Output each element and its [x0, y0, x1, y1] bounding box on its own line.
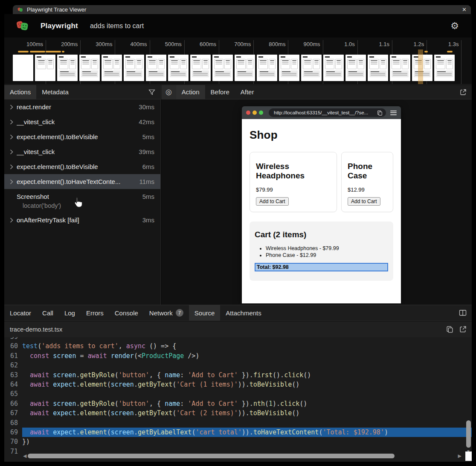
code-line: 60test('adds items to cart', async () =>…: [4, 341, 472, 351]
action-duration: 42ms: [135, 118, 154, 125]
tab-before[interactable]: Before: [205, 85, 235, 99]
action-row[interactable]: expect.element().toHaveTextConte...11ms: [4, 174, 160, 189]
snapshot-tabbar: ◎ Action Before After: [161, 85, 472, 99]
line-number: 60: [4, 341, 22, 351]
product-name: Phone Case: [348, 162, 387, 180]
action-row[interactable]: __vitest_click39ms: [4, 144, 160, 159]
vscroll-thumb[interactable]: [466, 420, 471, 448]
filmstrip-thumbnail[interactable]: [235, 55, 255, 81]
trace-viewer-window: Playwright Trace Viewer ✕ Playwright add…: [0, 0, 476, 466]
split-columns-icon[interactable]: [459, 309, 467, 316]
code-line: 61 const screen = await render(<ProductP…: [4, 351, 472, 361]
bottom-tabbar: Locator Call Log Errors Console Network …: [4, 305, 472, 321]
action-row[interactable]: __vitest_click42ms: [4, 114, 160, 129]
action-label: react.render: [17, 103, 51, 111]
window-title: Playwright Trace Viewer: [27, 6, 86, 13]
code-line: 63 await screen.getByRole('button', { na…: [4, 370, 472, 380]
tab-call[interactable]: Call: [37, 305, 59, 320]
timeline-current-marker[interactable]: [418, 50, 423, 84]
timeline-marker-dash: [447, 51, 453, 52]
traffic-yellow-icon: [253, 111, 257, 115]
tab-log[interactable]: Log: [59, 305, 81, 320]
tab-source[interactable]: Source: [189, 305, 221, 320]
action-row[interactable]: expect.element().toBeVisible6ms: [4, 159, 160, 174]
action-duration: 5ms: [139, 133, 154, 140]
traffic-red-icon: [246, 111, 250, 115]
timeline-tick-label: 1.2s: [392, 41, 424, 47]
window-titlebar: Playwright Trace Viewer ✕: [13, 5, 471, 14]
filmstrip-thumbnail[interactable]: [190, 55, 211, 81]
action-duration: 39ms: [135, 148, 154, 155]
filmstrip-thumbnail[interactable]: [323, 55, 344, 81]
filmstrip-thumbnail[interactable]: [390, 55, 410, 81]
source-filebar: trace-demo.test.tsx: [4, 321, 472, 337]
timeline-tick-label: 400ms: [115, 41, 147, 47]
add-to-cart-button[interactable]: Add to Cart: [348, 197, 380, 206]
action-locator-subtext: locator('body'): [4, 202, 160, 213]
timeline[interactable]: 100ms200ms300ms400ms500ms600ms700ms800ms…: [4, 38, 472, 84]
action-label: __vitest_click: [17, 148, 55, 155]
chevron-right-icon: [10, 105, 13, 110]
url-bar[interactable]: http://localhost:63315/__vitest_test__/?…: [269, 108, 386, 117]
hscroll-right-arrow[interactable]: ▶: [458, 453, 461, 459]
line-number: 63: [4, 370, 22, 380]
close-icon[interactable]: ✕: [462, 7, 467, 12]
action-row[interactable]: onAfterRetryTask [fail]3ms: [4, 213, 160, 227]
tab-console[interactable]: Console: [109, 305, 144, 320]
copy-source-icon[interactable]: [446, 326, 453, 333]
filmstrip-thumbnail[interactable]: [102, 55, 122, 81]
open-source-external-icon[interactable]: [459, 326, 467, 333]
target-icon[interactable]: ◎: [161, 85, 176, 99]
hscroll-thumb[interactable]: [28, 454, 395, 458]
tab-actions[interactable]: Actions: [4, 85, 36, 99]
line-number: 67: [4, 408, 22, 418]
tab-locator[interactable]: Locator: [4, 305, 37, 320]
add-to-cart-button[interactable]: Add to Cart: [256, 197, 289, 206]
filmstrip-thumbnail[interactable]: [168, 55, 189, 81]
filmstrip-thumbnail[interactable]: [345, 55, 366, 81]
tab-errors[interactable]: Errors: [81, 305, 109, 320]
filmstrip-thumbnail[interactable]: [279, 55, 299, 81]
settings-gear-icon[interactable]: ⚙: [450, 21, 459, 31]
filmstrip-thumbnail[interactable]: [368, 55, 388, 81]
action-row[interactable]: react.render30ms: [4, 99, 160, 114]
tab-metadata[interactable]: Metadata: [36, 85, 74, 99]
action-duration: 3ms: [139, 216, 154, 224]
chevron-right-icon: [10, 218, 13, 223]
filmstrip-thumbnail[interactable]: [35, 55, 55, 81]
line-number: 68: [4, 418, 22, 428]
source-code-view: 5960test('adds items to cart', async () …: [4, 337, 472, 462]
tab-network[interactable]: Network 7: [144, 305, 189, 320]
filmstrip-thumbnail[interactable]: [212, 55, 233, 81]
tab-action[interactable]: Action: [176, 85, 205, 99]
timeline-tick-label: 1.1s: [357, 41, 389, 47]
filmstrip-thumbnail[interactable]: [124, 55, 144, 81]
action-list: react.render30ms__vitest_click42msexpect…: [4, 99, 160, 227]
chevron-right-icon: [10, 164, 13, 169]
filmstrip-thumbnail[interactable]: [13, 55, 33, 81]
line-number: 61: [4, 351, 22, 361]
timeline-tick-label: 800ms: [253, 41, 285, 47]
filmstrip-thumbnail[interactable]: [57, 55, 78, 81]
snapshot-browser: http://localhost:63315/__vitest_test__/?…: [242, 106, 401, 303]
copy-url-icon[interactable]: [377, 110, 383, 116]
hscroll-left-arrow[interactable]: ◀: [23, 453, 26, 459]
action-row[interactable]: expect.element().toBeVisible5ms: [4, 129, 160, 144]
menu-icon[interactable]: [390, 109, 397, 116]
source-filename: trace-demo.test.tsx: [10, 326, 62, 333]
tab-attachments[interactable]: Attachments: [220, 305, 267, 320]
tab-after[interactable]: After: [235, 85, 260, 99]
code-line: 67 await expect.element(screen.getByText…: [4, 408, 472, 418]
filmstrip-thumbnail[interactable]: [434, 55, 455, 81]
open-external-icon[interactable]: [460, 89, 467, 96]
filmstrip-thumbnail[interactable]: [257, 55, 277, 81]
filmstrip-thumbnail[interactable]: [79, 55, 100, 81]
code-line: 65: [4, 389, 472, 399]
filmstrip-thumbnail[interactable]: [301, 55, 322, 81]
code-line: 70}): [4, 437, 472, 446]
filmstrip-thumbnail[interactable]: [146, 55, 166, 81]
filter-icon[interactable]: [148, 89, 155, 96]
line-number: 69: [4, 428, 22, 437]
action-row[interactable]: Screenshot5ms: [4, 189, 160, 204]
action-label: expect.element().toBeVisible: [17, 133, 98, 140]
